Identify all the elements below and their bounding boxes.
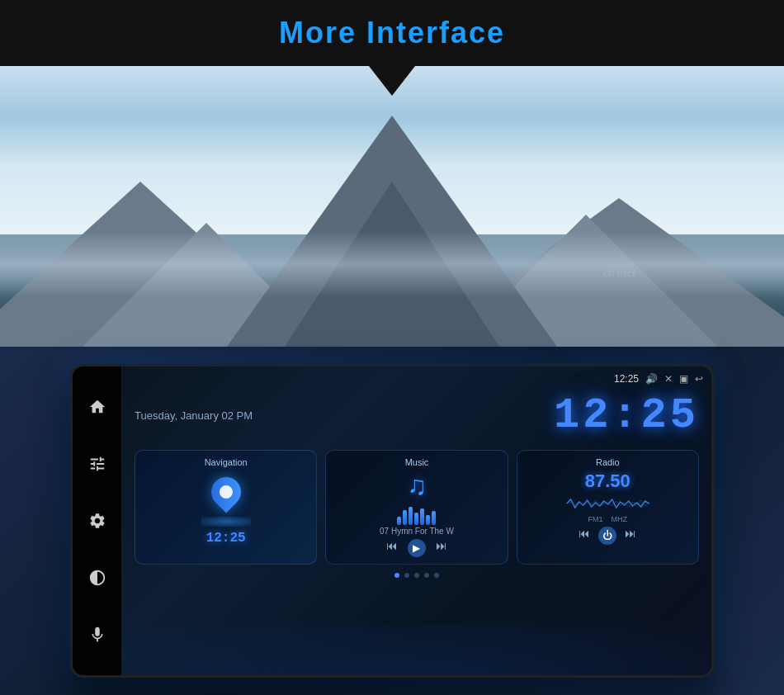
device-section: 12:25 🔊 ✕ ▣ ↩ Tuesday, January 02 PM 12:… — [0, 347, 784, 695]
next-button[interactable]: ⏭ — [436, 539, 447, 557]
mountain-shapes — [0, 66, 784, 347]
pin-circle — [205, 471, 247, 513]
mist-layer — [0, 231, 784, 297]
close-icon[interactable]: ✕ — [664, 373, 673, 385]
music-card-title: Music — [333, 457, 500, 467]
dot-4[interactable] — [424, 573, 429, 578]
settings-icon[interactable] — [84, 508, 111, 534]
bar6 — [426, 515, 430, 525]
microphone-icon[interactable] — [84, 622, 111, 648]
nav-clock: 12:25 — [142, 531, 309, 546]
dot-2[interactable] — [404, 573, 409, 578]
dot-3[interactable] — [414, 573, 419, 578]
recents-icon[interactable]: ▣ — [679, 373, 688, 385]
main-screen: 12:25 🔊 ✕ ▣ ↩ Tuesday, January 02 PM 12:… — [122, 366, 711, 675]
bar3 — [409, 507, 413, 525]
date-text: Tuesday, January 02 PM — [135, 409, 253, 422]
page-dots — [135, 573, 699, 578]
car-head-unit: 12:25 🔊 ✕ ▣ ↩ Tuesday, January 02 PM 12:… — [70, 364, 714, 678]
volume-icon[interactable]: 🔊 — [645, 373, 658, 385]
bottom-glow — [122, 626, 711, 675]
radio-band-label: FM1 MHZ — [524, 515, 692, 523]
arrow-down-icon — [369, 66, 415, 96]
play-button[interactable]: ▶ — [408, 539, 426, 557]
app-cards: Navigation 12:25 Music ♫ — [135, 450, 699, 565]
music-card[interactable]: Music ♫ 07 Hymn For The W — [325, 450, 508, 565]
pin-inner — [216, 483, 235, 502]
radio-card[interactable]: Radio 87.50 FM1 MHZ — [517, 450, 699, 565]
bar5 — [420, 508, 424, 525]
nav-pin — [210, 471, 243, 513]
dot-1[interactable] — [394, 573, 399, 578]
mountain-background: anita — [0, 66, 784, 347]
radio-next-button[interactable]: ⏭ — [625, 527, 636, 545]
bar1 — [397, 517, 401, 525]
radio-controls: ⏮ ⏻ ⏭ — [524, 527, 692, 545]
contrast-icon[interactable] — [84, 565, 111, 591]
equalizer-icon[interactable] — [84, 451, 111, 477]
sidebar — [73, 366, 122, 675]
digital-clock: 12:25 — [554, 391, 699, 440]
radio-frequency: 87.50 — [524, 470, 692, 492]
radio-card-title: Radio — [524, 457, 692, 467]
bar2 — [403, 510, 407, 525]
nav-glow — [201, 517, 251, 527]
music-bars — [333, 504, 500, 525]
music-controls: ⏮ ▶ ⏭ — [333, 539, 500, 557]
watermark-text: anita — [603, 263, 635, 281]
status-time: 12:25 — [614, 373, 639, 385]
bar4 — [414, 513, 418, 525]
navigation-card[interactable]: Navigation 12:25 — [135, 450, 317, 565]
top-row: Tuesday, January 02 PM 12:25 — [135, 391, 699, 440]
back-icon[interactable]: ↩ — [695, 373, 703, 385]
dot-5[interactable] — [434, 573, 439, 578]
song-title: 07 Hymn For The W — [333, 527, 500, 536]
radio-power-button[interactable]: ⏻ — [598, 527, 616, 545]
home-icon[interactable] — [84, 394, 111, 420]
bar7 — [432, 511, 436, 525]
date-display: Tuesday, January 02 PM — [135, 409, 253, 422]
nav-card-title: Navigation — [142, 457, 309, 467]
prev-button[interactable]: ⏮ — [386, 539, 398, 557]
screen-content: Tuesday, January 02 PM 12:25 Navigation — [122, 391, 711, 578]
page-title: More Interface — [279, 16, 505, 50]
radio-prev-button[interactable]: ⏮ — [579, 527, 590, 545]
radio-wave — [524, 495, 692, 512]
music-note-icon: ♫ — [333, 470, 500, 501]
header: More Interface — [0, 0, 784, 66]
status-bar: 12:25 🔊 ✕ ▣ ↩ — [122, 366, 711, 391]
